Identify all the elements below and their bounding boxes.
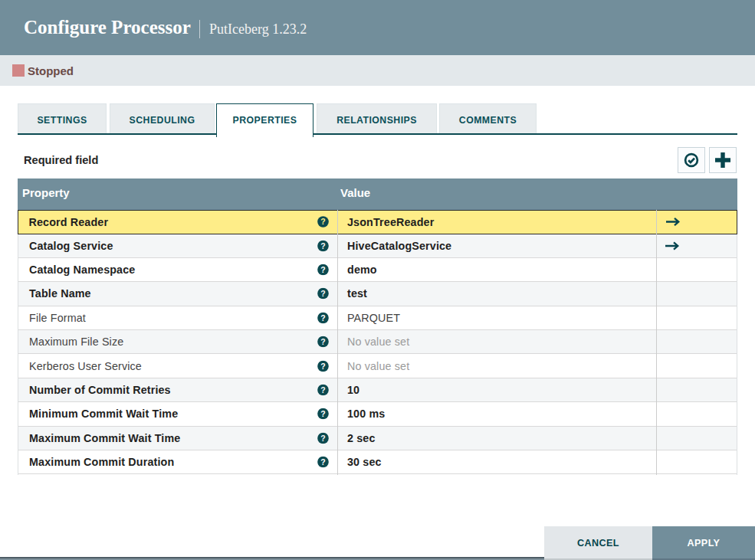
svg-text:?: ?: [320, 217, 326, 226]
svg-text:?: ?: [320, 457, 326, 467]
svg-text:?: ?: [320, 337, 326, 346]
svg-text:?: ?: [320, 265, 326, 274]
svg-text:?: ?: [320, 313, 326, 323]
svg-text:?: ?: [320, 241, 326, 250]
svg-text:?: ?: [320, 434, 326, 443]
svg-text:?: ?: [320, 409, 326, 418]
svg-text:?: ?: [320, 385, 326, 395]
svg-text:?: ?: [320, 289, 326, 298]
svg-text:?: ?: [320, 361, 326, 370]
